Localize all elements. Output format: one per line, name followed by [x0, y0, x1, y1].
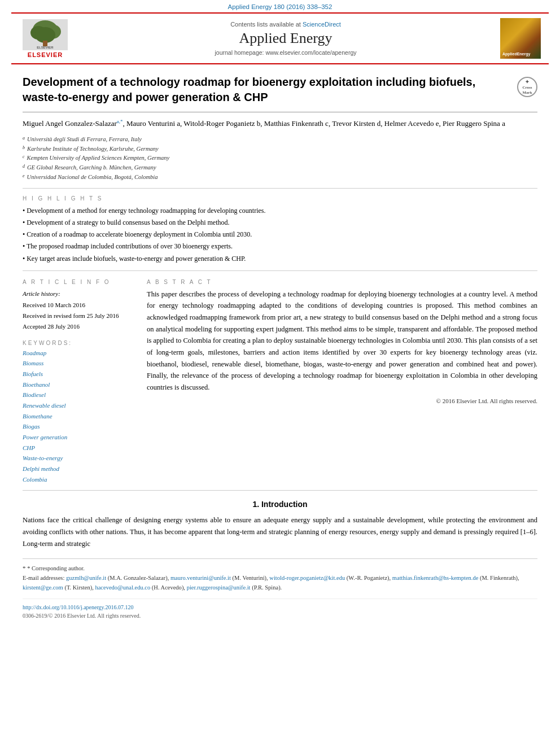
doi-link[interactable]: http://dx.doi.org/10.1016/j.apenergy.201… [23, 604, 133, 610]
affil-d-text: GE Global Research, Garching b. München,… [27, 163, 156, 173]
copyright: © 2016 Elsevier Ltd. All rights reserved… [147, 397, 537, 404]
affil-a-text: Università degli Studi di Ferrara, Ferra… [27, 135, 142, 145]
abstract-section: A B S T R A C T This paper describes the… [147, 279, 537, 485]
email-acevedo[interactable]: hacevedo@unal.edu.co [95, 584, 150, 591]
received-date: Received 10 March 2016 [23, 302, 85, 308]
main-content: Development of a technology roadmap for … [17, 64, 543, 619]
sciencedirect-line: Contents lists available at ScienceDirec… [79, 21, 492, 28]
journal-center: Contents lists available at ScienceDirec… [79, 21, 492, 56]
crossmark-badge: ✦CrossMark [517, 77, 537, 97]
keyword-4: Bioethanol [23, 379, 135, 390]
accepted-date: Accepted 28 July 2016 [23, 323, 80, 330]
authors-rest: , Mauro Venturini a, Witold-Roger Pogani… [123, 119, 505, 128]
doi-bar: http://dx.doi.org/10.1016/j.apenergy.201… [23, 599, 537, 619]
sciencedirect-link[interactable]: ScienceDirect [303, 21, 341, 28]
highlight-2: Development of a strategy to build conse… [23, 217, 537, 229]
keyword-10: CHP [23, 443, 135, 453]
intro-heading: 1. Introduction [23, 500, 537, 509]
elsevier-logo: ELSEVIER ELSEVIER [17, 19, 73, 58]
highlight-1: Development of a method for energy techn… [23, 205, 537, 217]
svg-text:ELSEVIER: ELSEVIER [37, 46, 54, 49]
journal-logo-right: AppliedEnergy [498, 18, 543, 59]
keyword-12: Delphi method [23, 464, 135, 474]
email-spina[interactable]: pier.ruggerospina@unife.it [187, 584, 251, 591]
abstract-text: This paper describes the process of deve… [147, 289, 537, 394]
keyword-8: Biogas [23, 421, 135, 432]
journal-header: ELSEVIER ELSEVIER Contents lists availab… [11, 12, 549, 64]
citation-text: Applied Energy 180 (2016) 338–352 [228, 3, 333, 10]
keyword-2: Biomass [23, 358, 135, 369]
affil-d: d GE Global Research, Garching b. Münche… [23, 163, 537, 173]
article-title: Development of a technology roadmap for … [23, 75, 511, 105]
keyword-11: Waste-to-energy [23, 453, 135, 464]
keyword-1: Roadmap [23, 348, 135, 359]
crossmark-text: ✦CrossMark [522, 80, 532, 95]
email-venturini[interactable]: mauro.venturini@unife.it [170, 575, 231, 581]
email-gonzalez[interactable]: guzmlh@unife.it [66, 575, 106, 581]
highlights-section: H I G H L I G H T S Development of a met… [23, 189, 537, 271]
email-poganietz[interactable]: witold-roger.poganietz@kit.edu [269, 575, 345, 581]
highlight-3: Creation of a roadmap to accelerate bioe… [23, 229, 537, 241]
elsevier-tree-icon: ELSEVIER [23, 19, 68, 50]
article-info-label: A R T I C L E I N F O [23, 279, 135, 289]
affil-e: e Universidad Nacional de Colombia, Bogo… [23, 173, 537, 182]
applied-energy-logo: AppliedEnergy [500, 18, 541, 59]
affil-b-text: Karlsruhe Institute of Technology, Karls… [27, 145, 159, 154]
two-col-section: A R T I C L E I N F O Article history: R… [23, 271, 537, 491]
author-gonzalez-sup: a,* [117, 119, 123, 124]
affil-b: b Karlsruhe Institute of Technology, Kar… [23, 145, 537, 154]
keywords-label: Keywords: [23, 340, 135, 348]
keyword-13: Colombia [23, 474, 135, 485]
affil-a: a Università degli Studi di Ferrara, Fer… [23, 135, 537, 145]
journal-title: Applied Energy [79, 30, 492, 47]
affil-c-text: Kempten University of Applied Sciences K… [27, 154, 170, 163]
authors-section: Miguel Angel Gonzalez-Salazara,*, Mauro … [23, 112, 537, 132]
keyword-9: Power generation [23, 432, 135, 443]
elsevier-wordmark: ELSEVIER [28, 51, 63, 58]
keyword-7: Biomethane [23, 411, 135, 422]
email-finkenrath[interactable]: matthias.finkenrath@hs-kempten.de [392, 575, 479, 581]
journal-homepage: journal homepage: www.elsevier.com/locat… [79, 49, 492, 56]
email-footnote: E-mail addresses: guzmlh@unife.it (M.A. … [23, 574, 537, 593]
affil-c: c Kempten University of Applied Sciences… [23, 154, 537, 163]
highlights-label: H I G H L I G H T S [23, 189, 537, 205]
highlight-5: Key target areas include biofuels, waste… [23, 253, 537, 265]
highlights-list: Development of a method for energy techn… [23, 205, 537, 271]
email-kirsten[interactable]: kirstent@ge.com [23, 584, 63, 591]
issn-text: 0306-2619/© 2016 Elsevier Ltd. All right… [23, 613, 537, 619]
article-history: Article history: Received 10 March 2016 … [23, 289, 135, 332]
tree-svg: ELSEVIER [23, 19, 68, 50]
keywords-section: Keywords: Roadmap Biomass Biofuels Bioet… [23, 340, 135, 485]
keyword-6: Renewable diesel [23, 400, 135, 411]
keyword-5: Biodiesel [23, 390, 135, 400]
abstract-label: A B S T R A C T [147, 279, 537, 289]
affil-e-text: Universidad Nacional de Colombia, Bogotá… [27, 173, 158, 182]
logo-text: AppliedEnergy [502, 52, 530, 56]
highlight-4: The proposed roadmap included contributi… [23, 241, 537, 252]
corresponding-author: * * Corresponding author. [23, 563, 537, 574]
revised-date: Received in revised form 25 July 2016 [23, 312, 119, 319]
intro-text: Nations face the critical challenge of d… [23, 514, 537, 549]
journal-citation: Applied Energy 180 (2016) 338–352 [0, 0, 560, 12]
affiliations: a Università degli Studi di Ferrara, Fer… [23, 132, 537, 189]
keyword-3: Biofuels [23, 369, 135, 379]
svg-point-4 [35, 27, 55, 43]
history-label: Article history: [23, 289, 135, 299]
footnote-section: * * Corresponding author. E-mail address… [23, 558, 537, 618]
author-gonzalez: Miguel Angel Gonzalez-Salazar [23, 119, 117, 128]
article-info: A R T I C L E I N F O Article history: R… [23, 279, 135, 485]
article-title-section: Development of a technology roadmap for … [23, 64, 537, 112]
introduction-section: 1. Introduction Nations face the critica… [23, 491, 537, 549]
